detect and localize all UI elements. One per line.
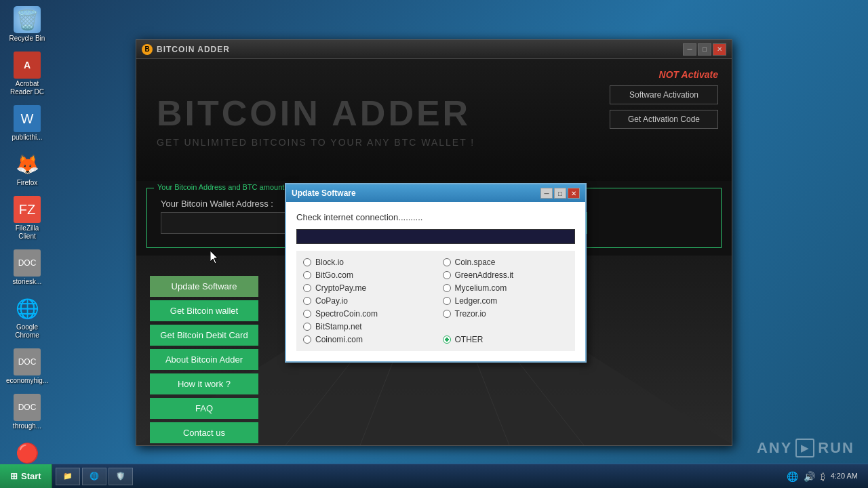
filezilla-image: FZ <box>14 196 41 223</box>
window-titlebar: B BITCOIN ADDER ─ □ ✕ <box>136 40 732 59</box>
chrome-image: 🌐 <box>14 295 41 322</box>
contact-button[interactable]: Contact us <box>150 422 258 443</box>
get-bitcoin-debit-button[interactable]: Get Bitcoin Debit Card <box>150 325 258 346</box>
filezilla-label: FileZilla Client <box>6 224 48 241</box>
software-activation-button[interactable]: Software Activation <box>610 85 718 104</box>
label-greenaddress: GreenAddress.it <box>455 270 514 280</box>
storieskn-label: storiesk... <box>13 278 42 286</box>
chrome-icon[interactable]: 🌐 Google Chrome <box>3 292 51 342</box>
radio-trezor[interactable] <box>443 310 451 318</box>
taskbar-chrome-button[interactable]: 🌐 <box>82 468 106 485</box>
dialog-maximize-button[interactable]: □ <box>554 188 566 199</box>
radio-spectrocoin[interactable] <box>303 310 311 318</box>
start-button[interactable]: ⊞ Start <box>0 464 52 488</box>
storieskn-icon[interactable]: DOC storiesk... <box>3 247 51 289</box>
wallet-option-coinomi[interactable]: Coinomi.com <box>303 335 429 344</box>
acrobat-image: A <box>14 52 41 79</box>
dialog-wallets: Block.io Coin.space BitGo.com GreenAddre… <box>296 251 575 351</box>
recycle-bin-label: Recycle Bin <box>9 35 45 43</box>
get-bitcoin-wallet-button[interactable]: Get Bitcoin wallet <box>150 300 258 321</box>
dialog-minimize-button[interactable]: ─ <box>540 188 553 199</box>
label-bitstamp: BitStamp.net <box>315 322 362 331</box>
taskbar-items: 📁 🌐 🛡️ <box>52 464 780 488</box>
filezilla-icon[interactable]: FZ FileZilla Client <box>3 193 51 243</box>
windows-icon: ⊞ <box>10 471 18 481</box>
dialog-status: Check internet connection.......... <box>296 212 575 222</box>
economy-icon[interactable]: DOC economyhig... <box>3 346 51 388</box>
wallet-option-bitstamp[interactable]: BitStamp.net <box>303 322 429 331</box>
label-cryptopay: CryptoPay.me <box>315 283 366 293</box>
wallet-option-bitgo[interactable]: BitGo.com <box>303 270 429 280</box>
recycle-bin-image: 🗑️ <box>14 6 41 33</box>
taskbar: ⊞ Start 📁 🌐 🛡️ 🌐 🔊 ₿ 4:20 AM <box>0 464 868 488</box>
radio-coinomi[interactable] <box>303 336 311 344</box>
window-title-icon: B <box>142 44 153 55</box>
taskbar-antivirus-button[interactable]: 🛡️ <box>108 468 133 485</box>
faq-button[interactable]: FAQ <box>150 398 258 419</box>
wallet-option-spectrocoin[interactable]: SpectroCoin.com <box>303 309 429 319</box>
dialog-titlebar: Update Software ─ □ ✕ <box>286 184 585 202</box>
label-other: OTHER <box>455 335 484 344</box>
wallet-option-coinspace[interactable]: Coin.space <box>443 258 569 267</box>
input-section-label: Your Bitcoin Address and BTC amount <box>154 183 288 191</box>
through-image: DOC <box>14 394 41 421</box>
explorer-icon: 📁 <box>63 472 73 481</box>
wallet-option-trezor[interactable]: Trezor.io <box>443 309 569 319</box>
radio-copay[interactable] <box>303 297 311 305</box>
wallet-option-copay[interactable]: CoPay.io <box>303 296 429 306</box>
radio-bitgo[interactable] <box>303 271 311 279</box>
economy-image: DOC <box>14 348 41 375</box>
wallet-option-blockio[interactable]: Block.io <box>303 258 429 267</box>
radio-blockio[interactable] <box>303 258 311 266</box>
maximize-button[interactable]: □ <box>698 43 711 56</box>
tray-network-icon[interactable]: 🌐 <box>787 471 798 482</box>
recycle-bin-icon[interactable]: 🗑️ Recycle Bin <box>3 3 51 45</box>
get-activation-code-button[interactable]: Get Activation Code <box>610 110 718 129</box>
dialog-controls: ─ □ ✕ <box>540 188 580 199</box>
radio-cryptopay[interactable] <box>303 284 311 292</box>
firefox-label: Firefox <box>17 179 38 187</box>
taskbar-clock: 4:20 AM <box>831 471 861 481</box>
minimize-button[interactable]: ─ <box>683 43 696 56</box>
start-label: Start <box>21 471 41 481</box>
window-controls: ─ □ ✕ <box>683 43 726 56</box>
desktop: 🗑️ Recycle Bin A Acrobat Reader DC W pub… <box>0 0 868 488</box>
not-activate-status: NOT Activate <box>659 69 718 80</box>
label-coinomi: Coinomi.com <box>315 335 363 344</box>
app-subtitle: GET UNLIMITED BITCOINS TO YOUR ANY BTC W… <box>157 137 711 148</box>
firefox-icon[interactable]: 🦊 Firefox <box>3 148 51 190</box>
taskbar-explorer-button[interactable]: 📁 <box>56 468 80 485</box>
publicdoc-icon[interactable]: W publicthi... <box>3 102 51 144</box>
label-bitgo: BitGo.com <box>315 270 353 280</box>
anyrun-run-text: RUN <box>818 439 854 457</box>
how-it-works-button[interactable]: How it work ? <box>150 373 258 394</box>
wallet-option-greenaddress[interactable]: GreenAddress.it <box>443 270 569 280</box>
firefox-image: 🦊 <box>14 150 41 178</box>
anyrun-text: ANY <box>757 439 792 457</box>
radio-coinspace[interactable] <box>443 258 451 266</box>
through-icon[interactable]: DOC through... <box>3 391 51 433</box>
window-title-text: BITCOIN ADDER <box>157 45 230 54</box>
radio-other[interactable] <box>443 336 451 344</box>
wallet-option-cryptopay[interactable]: CryptoPay.me <box>303 283 429 293</box>
wallet-option-other[interactable]: OTHER <box>443 335 569 344</box>
acrobat-icon[interactable]: A Acrobat Reader DC <box>3 49 51 99</box>
radio-ledger[interactable] <box>443 297 451 305</box>
wallet-option-mycelium[interactable]: Mycelium.com <box>443 283 569 293</box>
label-blockio: Block.io <box>315 258 344 267</box>
about-bitcoin-button[interactable]: About Bitcoin Adder <box>150 349 258 370</box>
close-button[interactable]: ✕ <box>713 43 726 56</box>
label-trezor: Trezor.io <box>455 309 486 319</box>
radio-mycelium[interactable] <box>443 284 451 292</box>
update-software-button[interactable]: Update Software <box>150 276 258 297</box>
publicdoc-label: publicthi... <box>12 134 42 142</box>
tray-bitcoin-icon[interactable]: ₿ <box>821 471 825 482</box>
dialog-close-button[interactable]: ✕ <box>568 188 580 199</box>
radio-bitstamp[interactable] <box>303 323 311 331</box>
taskbar-tray: 🌐 🔊 ₿ 4:20 AM <box>780 464 868 488</box>
left-menu: Update Software Get Bitcoin wallet Get B… <box>150 276 258 445</box>
wallet-option-ledger[interactable]: Ledger.com <box>443 296 569 306</box>
tray-volume-icon[interactable]: 🔊 <box>804 471 815 482</box>
radio-greenaddress[interactable] <box>443 271 451 279</box>
label-copay: CoPay.io <box>315 296 348 306</box>
